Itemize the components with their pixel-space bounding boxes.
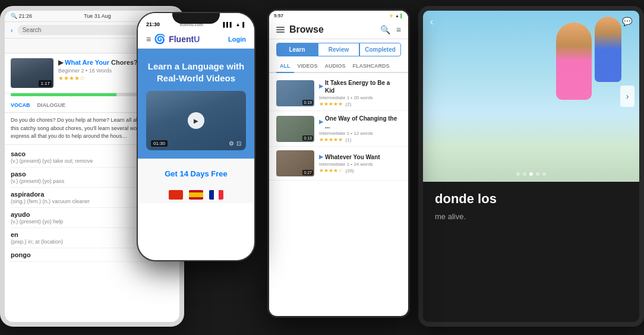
video-stars: ★★★★☆ (26)	[319, 168, 401, 173]
android-nav-left: Browse	[276, 24, 324, 35]
iphone-cta-section: Get 14 Days Free	[138, 159, 254, 187]
beach-person-1	[556, 23, 592, 100]
ipad-status-search: 🔍 21:26	[11, 13, 32, 19]
iphone-status-icons: ▌▌▌ ▲ ▌	[223, 22, 246, 27]
chinese-flag[interactable]	[169, 190, 183, 200]
ipad-right-subtitle2: me alive.	[435, 212, 627, 221]
french-flag[interactable]	[209, 190, 223, 200]
content-tab-audios[interactable]: AUDIOS	[321, 60, 349, 72]
dot-1	[516, 172, 520, 176]
cta-button[interactable]: Get 14 Days Free	[146, 165, 246, 183]
content-tab-videos[interactable]: VIDEOS	[294, 60, 321, 72]
login-button[interactable]: Login	[228, 36, 246, 43]
android-status-bar: 5:57 ⚡ ▲ ▌	[269, 11, 408, 21]
video-list-item[interactable]: 0:19 ▶ It Takes Energy to Be a Kid Inter…	[269, 75, 408, 111]
iphone-time: 21:30	[146, 21, 160, 27]
iphone-screen: 21:30 fluentu.com ▌▌▌ ▲ ▌ ≡ 🌀 FluentU Lo…	[138, 13, 254, 260]
filter-tab-learn[interactable]: Learn	[276, 43, 318, 56]
video-thumbnail: 1:17	[11, 58, 53, 88]
video-controls: ⚙ ⊡	[229, 140, 241, 147]
video-info: ▶ One Way of Changing the ... Intermedia…	[319, 115, 401, 143]
dot-5	[542, 172, 546, 176]
ipad-right-back-button[interactable]: ‹	[430, 17, 433, 27]
video-info: ▶ Whatever You Want Intermediate 1 • 24 …	[319, 153, 401, 173]
iphone-logo: ≡ 🌀 FluentU	[146, 33, 200, 45]
expand-icon[interactable]: ⊡	[236, 140, 241, 147]
android-video-list: 0:19 ▶ It Takes Energy to Be a Kid Inter…	[269, 73, 408, 183]
filter-icon[interactable]: ≡	[396, 25, 401, 34]
play-icon: ▶	[319, 154, 323, 161]
android-device: 5:57 ⚡ ▲ ▌ Browse 🔍 ≡ Learn Review	[267, 9, 410, 318]
play-icon: ▶	[319, 119, 323, 126]
video-title: ▶ It Takes Energy to Be a Kid	[319, 79, 401, 94]
video-list-item[interactable]: 0:27 ▶ Whatever You Want Intermediate 1 …	[269, 147, 408, 181]
wifi-icon: ▲	[395, 14, 399, 18]
android-nav-bar: Browse 🔍 ≡	[269, 21, 408, 39]
iphone-video-preview[interactable]: ▶ 01:30 ⚙ ⊡	[146, 91, 246, 150]
ipad-right-text-area: donde los me alive.	[423, 182, 639, 322]
thumb-duration: 0:13	[302, 135, 313, 141]
ipad-right-subtitle: donde los	[435, 190, 627, 208]
dot-indicator	[516, 172, 546, 176]
beach-person-2	[595, 17, 621, 82]
content-tab-flashcards[interactable]: FLASHCARDS	[349, 60, 393, 72]
thumb-duration: 0:27	[302, 170, 313, 175]
android-status-icons: ⚡ ▲ ▌	[389, 14, 403, 18]
video-duration: 1:17	[39, 80, 52, 87]
play-icon: ▶	[319, 83, 323, 90]
dot-2	[523, 172, 526, 176]
video-title: ▶ Whatever You Want	[319, 153, 401, 161]
video-progress-fill	[11, 93, 116, 96]
video-list-item[interactable]: 0:13 ▶ One Way of Changing the ... Inter…	[269, 111, 408, 147]
video-duration-badge: 01:30	[151, 140, 168, 147]
filter-tab-review[interactable]: Review	[318, 43, 359, 56]
dot-3	[529, 172, 533, 176]
spanish-flag[interactable]	[189, 190, 203, 200]
filter-tab-completed[interactable]: Completed	[359, 43, 401, 56]
dot-4	[536, 172, 539, 176]
android-nav-right: 🔍 ≡	[380, 25, 401, 34]
video-thumbnail: 0:27	[276, 150, 314, 176]
video-thumbnail: 0:19	[276, 80, 314, 106]
message-icon[interactable]: 💬	[622, 17, 632, 26]
video-meta: Intermediate 1 • 24 words	[319, 162, 401, 167]
android-filter-tabs: Learn Review Completed	[269, 39, 408, 60]
tab-dialogue[interactable]: DIALOGUE	[37, 102, 66, 110]
browse-title: Browse	[289, 24, 324, 35]
search-placeholder: Search	[23, 27, 42, 33]
ipad-right-screen: ‹ 💬 › donde los me alive.	[423, 11, 639, 322]
fluentu-logo-text: FluentU	[169, 34, 200, 44]
video-info: ▶ It Takes Energy to Be a Kid Intermedia…	[319, 79, 401, 107]
hamburger-menu-icon[interactable]	[276, 27, 285, 33]
iphone-device: 21:30 fluentu.com ▌▌▌ ▲ ▌ ≡ 🌀 FluentU Lo…	[137, 12, 255, 261]
video-stars: ★★★★★ (2)	[319, 101, 401, 107]
thumb-duration: 0:19	[302, 100, 313, 105]
fluentu-logo-icon: 🌀	[154, 33, 166, 45]
video-meta: Intermediate 1 • 20 words	[319, 95, 401, 100]
video-meta: Intermediate 1 • 12 words	[319, 131, 401, 136]
iphone-nav-bar: ≡ 🌀 FluentU Login	[138, 30, 254, 49]
hamburger-icon[interactable]: ≡	[146, 34, 151, 44]
battery-icon: ▌	[400, 14, 403, 18]
ipad-status-date: Tue 31 Aug	[84, 13, 111, 19]
search-icon[interactable]: 🔍	[380, 25, 390, 34]
iphone-language-flags	[138, 187, 254, 203]
iphone-hero-section: Learn a Language with Real-World Videos …	[138, 49, 254, 159]
content-tab-all[interactable]: ALL	[276, 60, 294, 73]
tab-vocab[interactable]: VOCAB	[11, 102, 30, 110]
ipad-right-tablet: ‹ 💬 › donde los me alive.	[418, 6, 644, 327]
signal-icon: ▌▌▌	[223, 22, 233, 27]
iphone-notch	[172, 13, 220, 24]
next-chevron-icon[interactable]: ›	[620, 86, 634, 107]
settings-icon[interactable]: ⚙	[229, 140, 234, 147]
video-title: ▶ One Way of Changing the ...	[319, 115, 401, 130]
bluetooth-icon: ⚡	[389, 14, 394, 18]
ipad-right-video-area: ‹ 💬 ›	[423, 11, 639, 182]
ipad-back-button[interactable]: ‹	[11, 27, 13, 34]
battery-icon: ▌	[242, 22, 246, 27]
android-screen: 5:57 ⚡ ▲ ▌ Browse 🔍 ≡ Learn Review	[269, 11, 408, 316]
android-content-tabs: ALL VIDEOS AUDIOS FLASHCARDS	[269, 60, 408, 73]
wifi-icon: ▲	[235, 22, 240, 27]
play-button[interactable]: ▶	[188, 112, 204, 129]
iphone-hero-title: Learn a Language with Real-World Videos	[146, 61, 246, 84]
